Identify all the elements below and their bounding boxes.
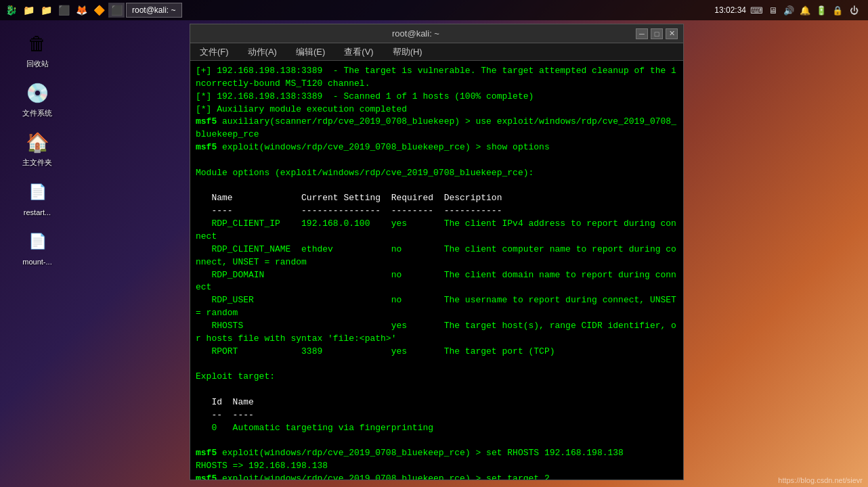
terminal-line-5: msf5 exploit(windows/rdp/cve_2019_0708_b… <box>196 141 678 154</box>
terminal-line-blank-4 <box>196 384 678 396</box>
minimize-button[interactable]: ─ <box>636 28 648 39</box>
firefox-taskbar-icon[interactable]: 🦊 <box>73 3 89 18</box>
restart-icon-desktop[interactable]: 📄 restart... <box>14 176 61 220</box>
taskbar-right: 13:02:34 ⌨ 🖥 🔊 🔔 🔋 🔒 ⏻ <box>714 4 865 16</box>
terminal-line-2: [*] 192.168.198.138:3389 - Scanned 1 of … <box>196 91 678 103</box>
menu-action[interactable]: 动作(A) <box>244 45 281 60</box>
terminal-line-blank-2 <box>196 180 678 193</box>
maximize-button[interactable]: □ <box>651 28 663 39</box>
mount-img: 📄 <box>24 228 51 255</box>
trash-label: 回收站 <box>26 60 49 68</box>
menu-edit[interactable]: 编辑(E) <box>292 45 329 60</box>
lock-icon: 🔒 <box>831 4 844 16</box>
menu-help[interactable]: 帮助(H) <box>389 45 427 60</box>
terminal-line-10: RDP_CLIENT_NAME ethdev no The client com… <box>196 244 678 269</box>
bell-icon: 🔔 <box>799 4 811 16</box>
terminal-line-7: Name Current Setting Required Descriptio… <box>196 192 678 205</box>
filesystem-icon-desktop[interactable]: 💿 文件系统 <box>14 76 61 120</box>
watermark-text: https://blog.csdn.net/sievr <box>778 476 863 484</box>
menu-view[interactable]: 查看(V) <box>340 45 377 60</box>
menu-file[interactable]: 文件(F) <box>196 45 233 60</box>
terminal-taskbar-icon[interactable]: ⬛ <box>56 3 72 18</box>
close-button[interactable]: ✕ <box>666 28 678 39</box>
trash-img: 🗑 <box>24 30 51 57</box>
terminal-line-8: ---- --------------- -------- ----------… <box>196 205 678 218</box>
titlebar-controls: ─ □ ✕ <box>636 28 678 39</box>
mount-icon-desktop[interactable]: 📄 mount-... <box>14 225 61 269</box>
watermark: https://blog.csdn.net/sievr <box>778 476 863 484</box>
terminal-content[interactable]: [+] 192.168.198.138:3389 - The target is… <box>190 61 683 480</box>
home-img: 🏠 <box>24 129 51 156</box>
power-icon: ⏻ <box>848 4 860 16</box>
terminal-line-12: RDP_USER no The username to report durin… <box>196 294 678 320</box>
terminal-line-4: msf5 auxiliary(scanner/rdp/cve_2019_0708… <box>196 116 678 141</box>
restart-img: 📄 <box>24 179 51 206</box>
terminal-line-15: Exploit target: <box>196 371 678 384</box>
folder-taskbar-icon-1[interactable]: 📁 <box>20 3 37 18</box>
terminal-line-11: RDP_DOMAIN no The client domain name to … <box>196 269 678 295</box>
terminal-line-1: [+] 192.168.198.138:3389 - The target is… <box>196 65 678 91</box>
terminal-line-13: RHOSTS yes The target host(s), range CID… <box>196 320 678 346</box>
battery-icon: 🔋 <box>815 4 827 16</box>
mount-label: mount-... <box>22 258 51 266</box>
taskbar-window-button[interactable]: root@kali: ~ <box>126 3 182 18</box>
desktop-icons-container: 🗑 回收站 💿 文件系统 🏠 主文件夹 📄 restart... 📄 mount… <box>14 27 61 269</box>
taskbar[interactable]: 🐉 📁 📁 ⬛ 🦊 🔶 ⬛ root@kali: ~ 13:02:34 ⌨ 🖥 … <box>0 0 868 20</box>
display-icon: 🖥 <box>766 4 779 16</box>
terminal-title: root@kali: ~ <box>196 28 636 39</box>
terminal-line-3: [*] Auxiliary module execution completed <box>196 103 678 116</box>
terminal-line-21: msf5 exploit(windows/rdp/cve_2019_0708_b… <box>196 473 678 480</box>
terminal-window: root@kali: ~ ─ □ ✕ 文件(F) 动作(A) 编辑(E) 查看(… <box>190 24 684 480</box>
terminal-line-blank-1 <box>196 154 678 167</box>
active-terminal-taskbar-icon[interactable]: ⬛ <box>108 3 125 18</box>
terminal-line-14: RPORT 3389 yes The target port (TCP) <box>196 346 678 358</box>
home-icon-desktop[interactable]: 🏠 主文件夹 <box>14 126 61 170</box>
volume-icon: 🔊 <box>783 4 795 16</box>
taskbar-window-label: root@kali: ~ <box>132 5 176 15</box>
terminal-line-17: -- ---- <box>196 409 678 422</box>
filesystem-img: 💿 <box>24 79 51 106</box>
taskbar-left-icons: 🐉 📁 📁 ⬛ 🦊 🔶 ⬛ root@kali: ~ <box>3 3 182 18</box>
time-display: 13:02:34 <box>714 5 746 15</box>
terminal-menubar: 文件(F) 动作(A) 编辑(E) 查看(V) 帮助(H) <box>190 43 683 61</box>
terminal-titlebar: root@kali: ~ ─ □ ✕ <box>190 24 683 43</box>
terminal-line-blank-3 <box>196 358 678 371</box>
folder-taskbar-icon-2[interactable]: 📁 <box>38 3 54 18</box>
terminal-line-20: RHOSTS => 192.168.198.138 <box>196 460 678 473</box>
filesystem-label: 文件系统 <box>22 109 52 118</box>
keyboard-icon: ⌨ <box>750 4 762 16</box>
terminal-line-6: Module options (exploit/windows/rdp/cve_… <box>196 167 678 180</box>
terminal-line-16: Id Name <box>196 396 678 409</box>
restart-label: restart... <box>24 208 51 217</box>
terminal-line-18: 0 Automatic targeting via fingerprinting <box>196 422 678 435</box>
terminal-line-blank-5 <box>196 434 678 447</box>
burp-taskbar-icon[interactable]: 🔶 <box>91 3 107 18</box>
terminal-line-9: RDP_CLIENT_IP 192.168.0.100 yes The clie… <box>196 218 678 244</box>
kali-menu-icon[interactable]: 🐉 <box>3 3 19 18</box>
home-label: 主文件夹 <box>22 158 52 167</box>
terminal-line-19: msf5 exploit(windows/rdp/cve_2019_0708_b… <box>196 447 678 460</box>
trash-icon-desktop[interactable]: 🗑 回收站 <box>14 27 61 71</box>
